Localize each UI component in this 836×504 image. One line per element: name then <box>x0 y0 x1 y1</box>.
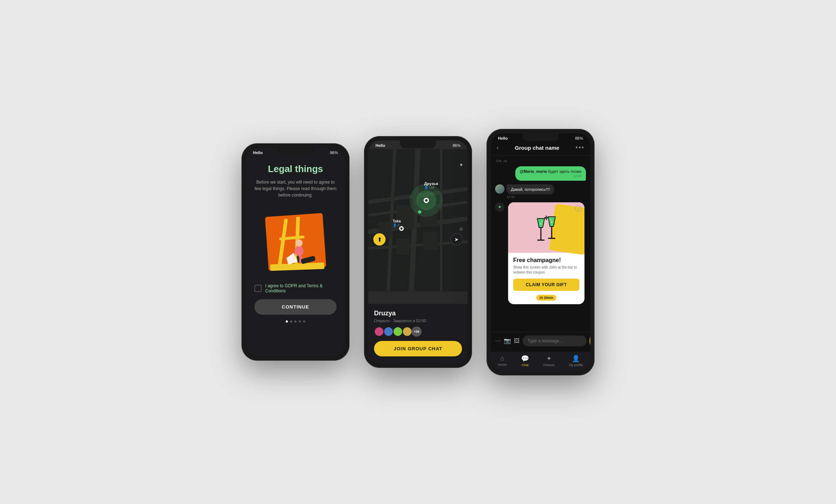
carrier-3: Hello <box>498 136 508 140</box>
chat-menu-button[interactable]: ••• <box>575 144 584 152</box>
scene: Hello 86% Legal things Before we start, … <box>241 129 595 375</box>
battery-1: 86% <box>330 150 338 155</box>
dot-5 <box>303 320 305 323</box>
compass-icon: ✦ <box>459 162 463 168</box>
nav-fortune-3[interactable]: ✦ Fortune <box>543 355 555 367</box>
image-button[interactable]: 🖼 <box>514 338 520 344</box>
pin-druzya: Друзья 👤 134 <box>424 181 438 189</box>
champagne-illustration <box>528 208 564 247</box>
coupon-timer-wrapper: 1h 25min <box>513 294 579 301</box>
pin-taka: Taka 👤 4 <box>393 219 401 227</box>
venue-card: Druzya Открыто · Закроется в 02:00 +26 J… <box>368 304 468 364</box>
avatar-3 <box>393 327 403 337</box>
legal-title: Legal things <box>268 163 323 175</box>
coupon-timer: 1h 25min <box>536 295 556 301</box>
svg-point-6 <box>295 239 303 247</box>
coupon-card: i <box>508 202 584 304</box>
notch-3 <box>522 133 559 141</box>
avatar-4 <box>402 327 412 337</box>
coupon-sender-avatar: ✦ <box>495 202 504 212</box>
coupon-desc: Show this screen with John at the bar to… <box>513 265 579 275</box>
carrier-1: Hello <box>253 150 263 155</box>
svg-marker-33 <box>537 219 544 228</box>
svg-point-39 <box>551 221 552 223</box>
avatar-count: +26 <box>412 327 422 337</box>
venue-avatars: +26 <box>374 327 462 337</box>
pin-taka-label: Taka <box>393 219 401 223</box>
nav-arrow-right[interactable]: ➤ <box>450 233 463 246</box>
checkbox-row: I agree to GDPR and Terms & Conditions <box>254 283 337 293</box>
pagination-dots <box>286 320 305 323</box>
profile-icon-3: 👤 <box>572 355 580 363</box>
pin-druzya-label: Друзья <box>424 181 438 186</box>
legal-subtitle: Before we start, you will need to agree … <box>254 179 337 198</box>
coupon-info-icon[interactable]: i <box>575 205 582 212</box>
coupon-title: Free champagne! <box>513 257 579 264</box>
chat-messages: Отв. на @Maria_maria будет здесь позже 1… <box>491 156 590 332</box>
fortune-icon-3: ✦ <box>546 355 552 363</box>
venue-name: Druzya <box>374 310 462 317</box>
carrier-2: Hello <box>375 143 385 148</box>
svg-rect-23 <box>423 232 438 250</box>
back-button[interactable]: ‹ <box>497 144 499 152</box>
nav-home-3[interactable]: ⌂ Home <box>498 355 507 366</box>
profile-label-3: My profile <box>569 363 583 367</box>
gdpr-checkbox[interactable] <box>254 285 262 292</box>
dot-1 <box>286 320 288 323</box>
message-time-received: 12:00 <box>507 195 554 199</box>
svg-point-35 <box>542 221 543 222</box>
avatar-1 <box>374 327 384 337</box>
continue-button[interactable]: CONTINUE <box>254 299 337 315</box>
claim-gift-button[interactable]: CLAIM YOUR GIFT <box>513 279 579 291</box>
pin-taka-sub: 👤 4 <box>393 223 401 227</box>
battery-3: 86% <box>575 136 583 140</box>
svg-point-5 <box>295 246 303 256</box>
avatar-2 <box>383 327 393 337</box>
dot-2 <box>290 320 292 323</box>
venue-status: Открыто · Закроется в 02:00 <box>374 319 462 323</box>
message-avatar <box>495 184 504 194</box>
join-group-chat-button[interactable]: JOIN GROUP CHAT <box>374 341 462 356</box>
checkbox-label: I agree to GDPR and Terms & Conditions <box>265 283 337 293</box>
phone-legal: Hello 86% Legal things Before we start, … <box>241 143 350 361</box>
message-input[interactable] <box>522 336 587 346</box>
nav-arrow-left[interactable]: ⬆ <box>373 233 386 246</box>
chat-input-bar: ⋯ 📷 🖼 ➤ <box>491 332 590 352</box>
reply-label: Отв. на <box>495 159 586 163</box>
battery-2: 86% <box>453 143 461 148</box>
coupon-visual: i <box>508 202 584 253</box>
notch-2 <box>400 140 436 148</box>
notch <box>277 148 314 156</box>
locate-icon[interactable]: ⊕ <box>459 226 463 232</box>
message-time-sent: 12:93 <box>520 174 582 178</box>
coupon-body: Free champagne! Show this screen with Jo… <box>508 253 584 304</box>
home-icon-3: ⌂ <box>501 355 504 362</box>
nav-profile-3[interactable]: 👤 My profile <box>569 355 583 367</box>
camera-button[interactable]: 📷 <box>504 337 511 344</box>
gdpr-link[interactable]: GDPR <box>285 283 297 288</box>
message-sent-1: @Maria_maria будет здесь позже 12:93 <box>495 166 586 181</box>
phone-map: Hello 86% <box>364 136 472 368</box>
legal-content: Legal things Before we start, you will n… <box>246 156 345 331</box>
emoji-button[interactable]: ⋯ <box>495 337 501 344</box>
svg-point-30 <box>418 210 421 213</box>
chat-header: ‹ Group chat name ••• <box>491 142 590 156</box>
message-bubble-received: Давай, поторопись!!!! <box>507 184 554 194</box>
legal-illustration <box>259 204 332 276</box>
svg-point-27 <box>425 199 427 202</box>
svg-point-29 <box>400 228 403 230</box>
nav-chat-3[interactable]: 💬 Chat <box>521 355 529 367</box>
pin-druzya-sub: 👤 134 <box>424 186 438 189</box>
dot-3 <box>294 320 297 323</box>
map-svg <box>368 149 468 292</box>
svg-point-34 <box>540 223 542 225</box>
coupon-row: ✦ i <box>495 202 586 304</box>
chat-label-3: Chat <box>521 363 528 367</box>
dot-4 <box>299 320 301 323</box>
phone-chat: Hello 86% ‹ Group chat name ••• Отв. на … <box>486 129 595 375</box>
home-label-3: Home <box>498 363 507 366</box>
send-button[interactable]: ➤ <box>590 335 590 347</box>
bottom-nav-3: ⌂ Home 💬 Chat ✦ Fortune 👤 My profile <box>491 352 590 371</box>
message-text-rest: будет здесь позже <box>547 169 582 174</box>
message-bubble-sent: @Maria_maria будет здесь позже 12:93 <box>515 166 586 181</box>
